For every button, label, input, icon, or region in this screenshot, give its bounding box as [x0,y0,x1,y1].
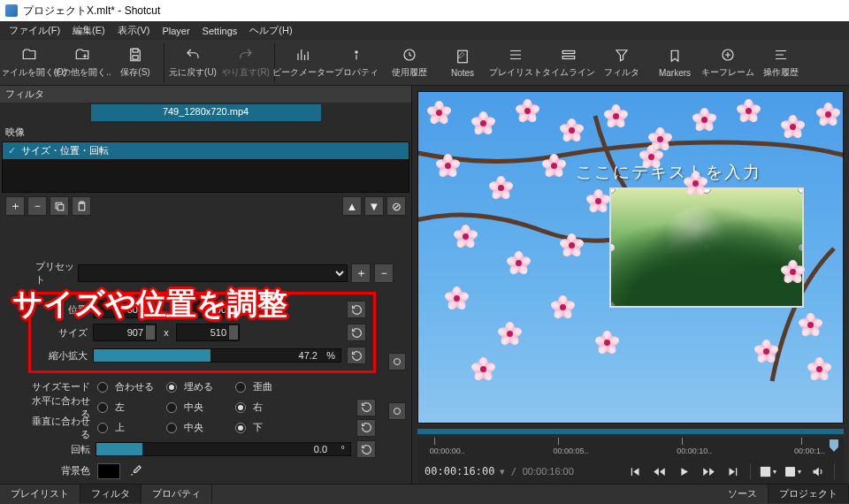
sizemode-distort-radio[interactable] [235,382,246,393]
rotation-slider[interactable]: 0.0 ° [96,442,351,456]
undo-button[interactable]: 元に戻す(U) [166,41,219,85]
copy-filter-button[interactable] [50,196,69,216]
recent-button[interactable]: 使用履歴 [383,41,436,85]
skip-end-button[interactable] [723,462,743,481]
preview-viewport[interactable]: /*placeholder*/ ここにテキストを入力 [417,91,844,424]
valign-center-radio[interactable] [166,423,177,433]
play-button[interactable] [674,462,693,481]
markers-button[interactable]: Markers [648,41,701,85]
valign-label: 垂直に合わせる [28,415,90,441]
svg-point-12 [394,409,401,415]
blossom-icon [542,154,567,179]
blossom-icon [471,357,496,382]
current-timecode[interactable]: 00:00:16:00 [424,465,494,477]
reset-size-button[interactable] [347,324,366,341]
blossom-icon [737,99,761,124]
zoom-fit-button[interactable]: ▾ [758,462,777,481]
filters-button[interactable]: フィルタ [595,41,648,85]
tab-playlist[interactable]: プレイリスト [0,485,80,503]
valign-top-radio[interactable] [97,423,108,433]
add-filter-button[interactable]: ＋ [5,196,25,216]
reset-valign-button[interactable] [356,419,376,437]
time-ruler[interactable]: 00:00:00.. 00:00:05.. 00:00:10.. 00:00:1… [417,438,844,459]
svg-rect-5 [562,51,575,54]
blossom-icon [799,313,823,338]
menu-edit[interactable]: 編集(E) [67,21,111,40]
remove-filter-button[interactable]: － [27,196,47,216]
preset-label: プリセット [35,260,74,286]
open-file-button[interactable]: ファイルを開く(O) [3,41,56,85]
check-icon: ✓ [8,145,16,157]
skip-start-button[interactable] [624,462,644,481]
menu-view[interactable]: 表示(V) [112,21,156,40]
blossom-icon [604,104,629,129]
halign-right-radio[interactable] [235,402,246,413]
tab-project[interactable]: プロジェクト [769,485,849,503]
zoom-label: 縮小拡大 [38,349,88,363]
keyframe-position-button[interactable] [388,353,406,370]
playhead-icon[interactable] [830,439,838,452]
grid-button[interactable]: ▾ [783,462,802,481]
timeline-button[interactable]: タイムライン [542,41,595,85]
notes-button[interactable]: Notes [436,41,489,85]
preset-select[interactable] [78,264,348,282]
redo-button[interactable]: やり直す(R) [219,41,272,85]
forward-button[interactable] [699,462,718,481]
rewind-button[interactable] [649,462,669,481]
blossom-icon [781,260,806,285]
sizemode-fit-radio[interactable] [97,382,108,393]
tab-properties[interactable]: プロパティ [142,485,212,503]
window-title: プロジェクトX.mlt* - Shotcut [23,4,160,19]
blossom-icon [445,286,470,311]
preset-delete-button[interactable]: － [374,263,394,283]
reset-halign-button[interactable] [356,399,376,416]
reset-position-button[interactable] [347,301,366,318]
filters-panel: フィルタ 749_1280x720.mp4 映像 ✓ サイズ・位置・回転 ＋ －… [0,86,411,484]
halign-center-radio[interactable] [166,402,177,413]
clip-tab[interactable]: 749_1280x720.mp4 [91,104,321,121]
halign-left-radio[interactable] [97,402,108,413]
menu-help[interactable]: ヘルプ(H) [244,21,297,40]
history-button[interactable]: 操作履歴 [754,41,807,85]
volume-button[interactable] [807,462,827,481]
sizemode-fill-radio[interactable] [166,382,177,393]
keyframe-zoom-button[interactable] [388,402,406,420]
eyedropper-button[interactable] [127,463,143,479]
overlay-text: ここにテキストを入力 [576,161,761,184]
bgcolor-swatch[interactable] [97,463,120,479]
keyframes-button[interactable]: キーフレーム [701,41,754,85]
tab-filters[interactable]: フィルタ [80,485,142,503]
size-h-input[interactable] [176,324,240,341]
paste-filter-button[interactable] [72,196,91,216]
blossom-icon [471,111,496,136]
move-down-button[interactable]: ▼ [364,196,384,216]
blossom-icon [516,99,540,124]
preset-save-button[interactable]: ＋ [351,263,371,283]
open-other-button[interactable]: その他を開く.. [56,41,109,85]
zoom-slider[interactable]: 47.2 % [93,348,341,363]
deselect-button[interactable]: ⊘ [386,196,406,216]
tab-source[interactable]: ソース [717,485,769,503]
playlist-button[interactable]: プレイリスト [489,41,542,85]
properties-button[interactable]: プロパティ [330,41,383,85]
move-up-button[interactable]: ▲ [342,196,362,216]
blossom-icon [507,251,532,276]
save-button[interactable]: 保存(S) [109,41,162,85]
valign-bottom-radio[interactable] [235,423,246,433]
menu-player[interactable]: Player [157,23,195,39]
svg-rect-6 [562,57,575,59]
menu-file[interactable]: ファイル(F) [4,21,65,40]
scrub-bar[interactable] [417,429,844,434]
pip-clip[interactable] [609,187,804,308]
svg-point-11 [394,359,401,365]
menu-settings[interactable]: Settings [197,23,243,39]
blossom-icon [436,154,461,179]
reset-zoom-button[interactable] [347,347,366,364]
blossom-icon [427,101,452,126]
reset-rotation-button[interactable] [356,440,376,458]
size-w-input[interactable] [93,324,157,341]
filter-item-size-position-rotate[interactable]: ✓ サイズ・位置・回転 [3,142,409,159]
filter-category: 映像 [0,123,411,141]
svg-rect-0 [133,49,138,52]
peakmeter-button[interactable]: ピークメーター [277,41,330,85]
